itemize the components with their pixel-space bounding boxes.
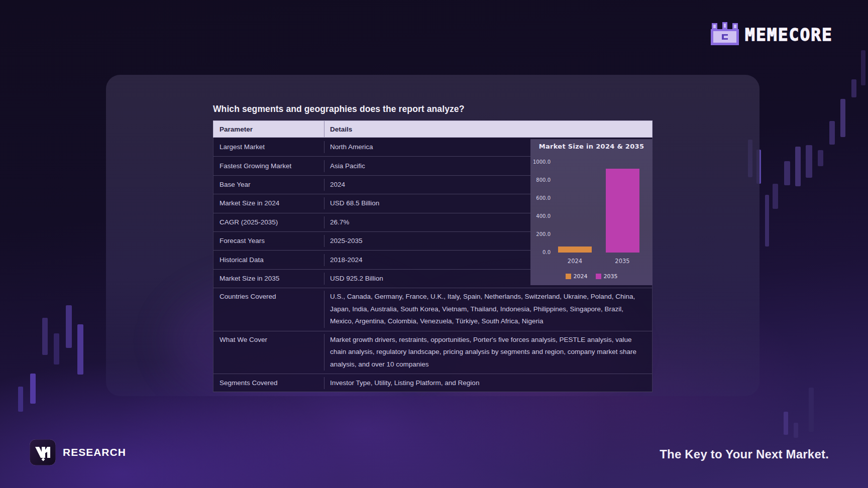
table-row: Countries Covered U.S., Canada, Germany,… bbox=[213, 288, 652, 331]
chart-x-label-2024: 2024 bbox=[555, 258, 595, 265]
candlestick-bar bbox=[794, 423, 798, 438]
chart-plot-area: 1000.0800.0600.0400.0200.00.020242035202… bbox=[530, 139, 653, 285]
parameter-cell: What We Cover bbox=[213, 334, 324, 371]
parameter-cell: Historical Data bbox=[213, 254, 324, 266]
memecore-wordmark: MEMECORE bbox=[745, 25, 833, 45]
market-size-chart-panel: Market Size in 2024 & 2035 1000.0800.060… bbox=[530, 139, 653, 285]
candlestick-bar bbox=[18, 387, 23, 412]
page-background: { "header": { "brand": "MEMECORE" }, "ca… bbox=[0, 0, 868, 488]
details-cell: Investor Type, Utility, Listing Platform… bbox=[324, 377, 652, 389]
chart-y-tick-label: 600.0 bbox=[530, 195, 551, 201]
candlestick-bar bbox=[30, 374, 36, 404]
candlestick-bar bbox=[765, 195, 769, 247]
candlestick-bar bbox=[54, 333, 59, 364]
candlestick-bar bbox=[861, 50, 865, 85]
k1-research-logo: RESEARCH bbox=[30, 439, 126, 465]
column-header-details: Details bbox=[324, 121, 652, 137]
parameter-cell: Market Size in 2024 bbox=[213, 197, 324, 209]
k1-logo-icon bbox=[30, 439, 56, 465]
details-cell: U.S., Canada, Germany, France, U.K., Ita… bbox=[324, 291, 652, 328]
candlestick-bar bbox=[784, 412, 788, 435]
column-header-parameter: Parameter bbox=[213, 126, 324, 133]
candlestick-bar bbox=[829, 121, 835, 145]
chart-y-tick-label: 800.0 bbox=[530, 177, 551, 183]
chart-y-tick-label: 1000.0 bbox=[530, 159, 551, 165]
parameter-cell: Forecast Years bbox=[213, 235, 324, 247]
memecore-logo-icon bbox=[711, 22, 739, 47]
candlestick-bar bbox=[795, 147, 801, 186]
legend-swatch-2024 bbox=[566, 274, 571, 279]
parameter-cell: Countries Covered bbox=[213, 291, 324, 328]
candlestick-bar bbox=[784, 161, 790, 185]
candlestick-bar bbox=[818, 150, 823, 166]
table-header: Parameter Details bbox=[213, 120, 653, 138]
parameter-cell: Fastest Growing Market bbox=[213, 160, 324, 172]
parameter-cell: CAGR (2025-2035) bbox=[213, 216, 324, 228]
question-title: Which segments and geographies does the … bbox=[213, 104, 464, 114]
header-brand: MEMECORE bbox=[711, 22, 833, 47]
candlestick-bar bbox=[42, 318, 48, 355]
chart-y-tick-label: 0.0 bbox=[530, 250, 551, 255]
legend-label: 2024 bbox=[574, 273, 588, 280]
chart-x-label-2035: 2035 bbox=[602, 258, 642, 265]
chart-legend-item-2035: 2035 bbox=[596, 273, 618, 280]
chart-bar-2024 bbox=[558, 247, 592, 253]
parameter-cell: Base Year bbox=[213, 179, 324, 191]
parameter-cell: Market Size in 2035 bbox=[213, 273, 324, 285]
candlestick-bar bbox=[66, 305, 72, 348]
content-card: Which segments and geographies does the … bbox=[106, 75, 759, 396]
parameter-cell: Largest Market bbox=[213, 141, 324, 153]
legend-swatch-2035 bbox=[596, 274, 601, 279]
chart-y-tick-label: 400.0 bbox=[530, 213, 551, 219]
parameter-cell: Segments Covered bbox=[213, 377, 324, 389]
table-row: What We Cover Market growth drivers, res… bbox=[213, 331, 652, 374]
candlestick-bar bbox=[806, 145, 812, 178]
chart-y-tick-label: 200.0 bbox=[530, 231, 551, 237]
chart-legend-item-2024: 2024 bbox=[566, 273, 588, 280]
candlestick-bar bbox=[809, 388, 814, 432]
research-wordmark: RESEARCH bbox=[63, 446, 126, 458]
details-cell: Market growth drivers, restraints, oppor… bbox=[324, 334, 652, 371]
candlestick-bar bbox=[773, 184, 778, 209]
candlestick-bar bbox=[77, 324, 83, 375]
chart-legend: 20242035 bbox=[530, 273, 653, 280]
chart-bar-2035 bbox=[606, 169, 639, 253]
footer-tagline: The Key to Your Next Market. bbox=[660, 447, 829, 461]
table-row: Segments Covered Investor Type, Utility,… bbox=[213, 374, 652, 392]
candlestick-bar bbox=[840, 99, 845, 137]
candlestick-bar bbox=[851, 79, 856, 97]
legend-label: 2035 bbox=[604, 273, 618, 280]
